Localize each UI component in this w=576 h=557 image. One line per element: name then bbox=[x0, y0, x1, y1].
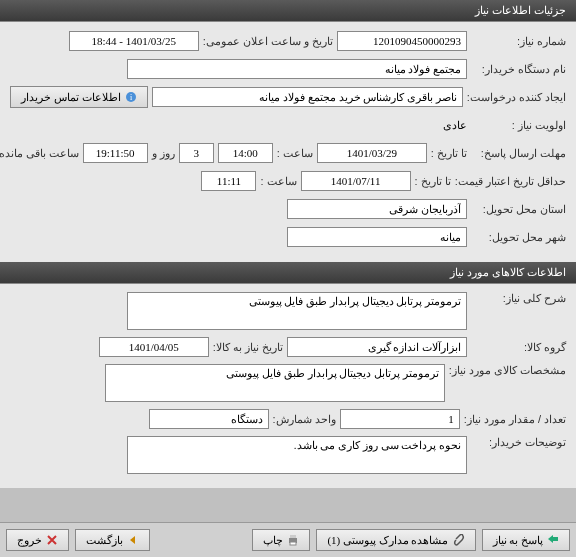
section-header-need-details: جزئیات اطلاعات نیاز bbox=[0, 0, 576, 22]
need-date-field[interactable] bbox=[99, 337, 209, 357]
label-specs: مشخصات کالای مورد نیاز: bbox=[449, 364, 566, 377]
deadline-hour-field[interactable] bbox=[218, 143, 273, 163]
unit-field[interactable] bbox=[149, 409, 269, 429]
public-date-field[interactable] bbox=[69, 31, 199, 51]
need-details-panel: شماره نیاز: تاریخ و ساعت اعلان عمومی: نا… bbox=[0, 22, 576, 262]
label-to-date: تا تاریخ : bbox=[431, 147, 467, 160]
priority-value: عادی bbox=[443, 119, 467, 132]
attachments-label: مشاهده مدارک پیوستی (1) bbox=[327, 534, 448, 547]
requester-field[interactable] bbox=[152, 87, 463, 107]
label-need-date: تاریخ نیاز به کالا: bbox=[213, 341, 283, 354]
contact-info-label: اطلاعات تماس خریدار bbox=[21, 91, 121, 104]
specs-field[interactable] bbox=[105, 364, 445, 402]
need-number-field[interactable] bbox=[337, 31, 467, 51]
qty-field[interactable] bbox=[340, 409, 460, 429]
goods-panel: شرح کلی نیاز: گروه کالا: تاریخ نیاز به ک… bbox=[0, 284, 576, 488]
label-buyer-notes: توضیحات خریدار: bbox=[471, 436, 566, 449]
label-need-number: شماره نیاز: bbox=[471, 35, 566, 48]
label-days: روز و bbox=[152, 147, 175, 160]
label-group: گروه کالا: bbox=[471, 341, 566, 354]
svg-rect-3 bbox=[290, 535, 296, 538]
desc-field[interactable] bbox=[127, 292, 467, 330]
days-field[interactable] bbox=[179, 143, 214, 163]
label-city: شهر محل تحویل: bbox=[471, 231, 566, 244]
svg-rect-4 bbox=[290, 542, 296, 545]
label-to-date2: تا تاریخ : bbox=[415, 175, 451, 188]
city-field[interactable] bbox=[287, 227, 467, 247]
print-label: چاپ bbox=[263, 534, 283, 547]
label-requester: ایجاد کننده درخواست: bbox=[467, 91, 566, 104]
back-icon bbox=[127, 534, 139, 546]
print-icon bbox=[287, 534, 299, 546]
footer-toolbar: پاسخ به نیاز مشاهده مدارک پیوستی (1) چاپ… bbox=[0, 522, 576, 557]
attachments-button[interactable]: مشاهده مدارک پیوستی (1) bbox=[316, 529, 475, 551]
label-unit: واحد شمارش: bbox=[273, 413, 336, 426]
label-hour: ساعت : bbox=[277, 147, 313, 160]
label-province: استان محل تحویل: bbox=[471, 203, 566, 216]
back-button[interactable]: بازگشت bbox=[75, 529, 150, 551]
min-price-date-field[interactable] bbox=[301, 171, 411, 191]
label-min-price: حداقل تاریخ اعتبار قیمت: bbox=[455, 175, 566, 188]
exit-label: خروج bbox=[17, 534, 42, 547]
buyer-field[interactable] bbox=[127, 59, 467, 79]
province-field[interactable] bbox=[287, 199, 467, 219]
respond-button[interactable]: پاسخ به نیاز bbox=[482, 529, 571, 551]
section-header-goods: اطلاعات کالاهای مورد نیاز bbox=[0, 262, 576, 284]
buyer-notes-field[interactable] bbox=[127, 436, 467, 474]
label-priority: اولویت نیاز : bbox=[471, 119, 566, 132]
label-desc: شرح کلی نیاز: bbox=[471, 292, 566, 305]
label-remaining: ساعت باقی مانده bbox=[0, 147, 79, 160]
reply-icon bbox=[547, 534, 559, 546]
exit-icon bbox=[46, 534, 58, 546]
deadline-date-field[interactable] bbox=[317, 143, 427, 163]
label-hour2: ساعت : bbox=[260, 175, 296, 188]
attachment-icon bbox=[453, 534, 465, 546]
label-deadline: مهلت ارسال پاسخ: bbox=[471, 147, 566, 160]
contact-info-button[interactable]: i اطلاعات تماس خریدار bbox=[10, 86, 148, 108]
back-label: بازگشت bbox=[86, 534, 123, 547]
min-price-hour-field[interactable] bbox=[201, 171, 256, 191]
info-icon: i bbox=[125, 91, 137, 103]
exit-button[interactable]: خروج bbox=[6, 529, 69, 551]
label-public-date: تاریخ و ساعت اعلان عمومی: bbox=[203, 35, 333, 48]
label-qty: تعداد / مقدار مورد نیاز: bbox=[464, 413, 566, 426]
respond-label: پاسخ به نیاز bbox=[493, 534, 544, 547]
group-field[interactable] bbox=[287, 337, 467, 357]
remaining-time-field[interactable] bbox=[83, 143, 148, 163]
print-button[interactable]: چاپ bbox=[252, 529, 310, 551]
label-buyer: نام دستگاه خریدار: bbox=[471, 63, 566, 76]
